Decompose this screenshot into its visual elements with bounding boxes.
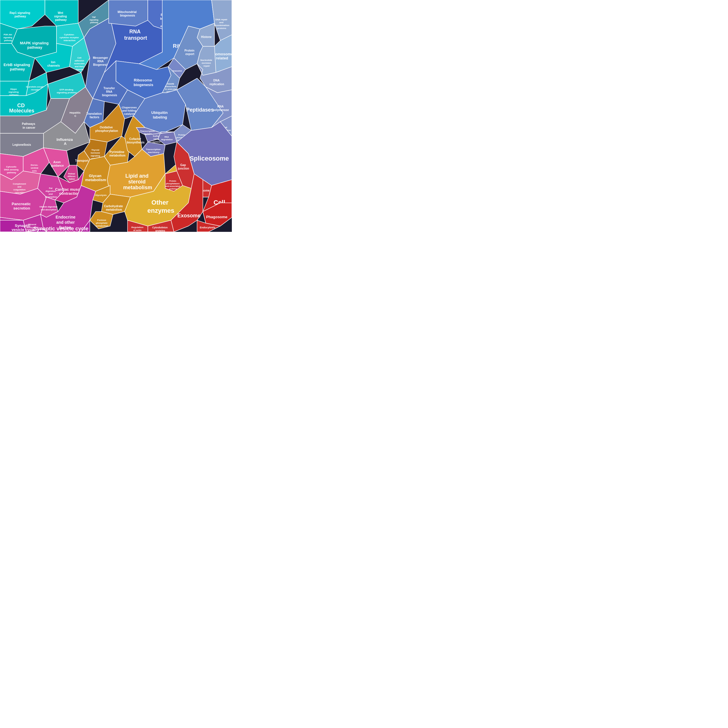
retinal-label: Retinal differen- tiation (67, 173, 76, 180)
sulfur-label: Sulfur relay system (153, 135, 161, 143)
peptidases-label: Peptidases (186, 107, 214, 113)
ribo-bio-label: Ribosome biogenesis (134, 78, 153, 87)
transport-label: Transport (75, 159, 89, 162)
chaperones-label: Chaperones and folding catalysts (122, 106, 138, 115)
pyrimidine-label: Pyrimidine metabolism (109, 150, 125, 157)
legionellosis-label: Legionellosis (12, 143, 31, 146)
voronoi-map: Rap1 signaling pathway Wnt signaling pat… (0, 0, 232, 232)
gtp-label: GTP-binding signaling proteins (57, 89, 77, 94)
phagosome-label: Phagosome (206, 215, 228, 219)
carbo-label: Carbohydrate metabolism (104, 205, 124, 211)
cofactor-label: Cofactor biosynthesis (127, 138, 145, 144)
pentose-label: Pentose phosphate metabolism (96, 219, 109, 227)
glycolysis-label: Glycolysis (95, 194, 107, 196)
mito-bio-label: Mitochondrial biogenesis (118, 11, 138, 17)
ubiquitin-label: Ubiquitin labeling (151, 110, 169, 119)
complement-label: Complement and coagulation cascades (13, 183, 27, 194)
synaptic2-label: Synaptic vesicle cycle (33, 226, 89, 232)
histone-label: Histone (201, 35, 212, 38)
synaptic-label: Synaptic vesicle cycle (12, 223, 35, 232)
pancreatic-label: Pancreatic secretion (12, 202, 32, 210)
pi3k-label: PI3K-Akt signaling pathway (3, 34, 13, 42)
vitamin-label: Vitamin digestion and absorption (40, 205, 58, 211)
endocytosis-label: Endocytosis (200, 226, 215, 229)
protein-export-label: Protein export (184, 49, 195, 56)
trans-mach-label: Transcription machinery (146, 148, 161, 154)
spliceosome-label: Spliceosome (190, 155, 229, 162)
exosome-label: Exosome (177, 213, 200, 219)
